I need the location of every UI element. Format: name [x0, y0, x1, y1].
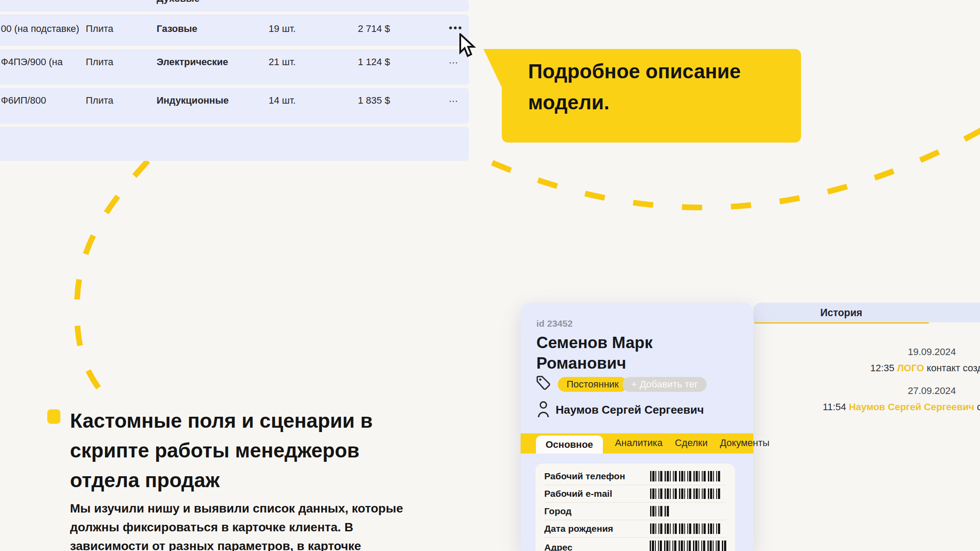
table-row-partial: Духовые: [0, 0, 469, 11]
tab-main[interactable]: Основное: [536, 436, 603, 453]
censored-value-barcode: [650, 506, 669, 516]
event-date: 19.09.2024: [757, 346, 980, 358]
row-name: 00 (на подставке): [1, 23, 79, 35]
table-row[interactable]: 00 (на подставке) Плита Газовые 19 шт. 2…: [0, 14, 469, 46]
contact-card: id 23452 Семенов Марк Романович Постоянн…: [521, 303, 753, 551]
table-row[interactable]: Ф6ИП/800 Плита Индукционные 14 шт. 1 835…: [0, 88, 469, 124]
row-type: Электрические: [157, 56, 228, 68]
row-quantity: 21 шт.: [269, 56, 296, 68]
contact-fields-panel: Рабочий телефон Рабочий e-mail Город Дат…: [536, 464, 735, 551]
row-type: Духовые: [157, 0, 200, 4]
table-row-empty: [0, 127, 469, 161]
contact-name: Семенов Марк Романович: [536, 332, 685, 373]
field-row-birthday: Дата рождения: [544, 520, 726, 538]
row-category: Плита: [86, 95, 113, 106]
history-panel: История 19.09.2024 12:35 ЛОГО контакт со…: [753, 303, 980, 551]
callout-tooltip: Подробное описание модели.: [483, 45, 807, 143]
field-row-address: Адрес: [544, 538, 726, 551]
event-action: сменил статус: [977, 401, 980, 412]
field-label: Рабочий телефон: [544, 471, 650, 481]
event-actor: Наумов Сергей Сергеевич: [849, 401, 974, 412]
row-price: 1 835 $: [358, 95, 390, 106]
field-row-email: Рабочий e-mail: [544, 485, 726, 503]
field-label: Город: [544, 506, 650, 516]
card-tabbar: Основное Аналитика Сделки Документы: [521, 433, 753, 453]
tab-analytics[interactable]: Аналитика: [615, 437, 663, 453]
event-action: контакт создан: [927, 363, 980, 373]
row-quantity: 19 шт.: [269, 23, 296, 35]
event-date: 27.09.2024: [757, 385, 980, 397]
history-header: История: [753, 303, 980, 322]
tab-documents[interactable]: Документы: [720, 437, 769, 453]
add-tag-button[interactable]: + Добавить тег: [623, 377, 707, 392]
heading-bullet-icon: [47, 409, 60, 424]
row-name: Ф4ПЭ/900 (на: [1, 56, 63, 68]
field-label: Адрес: [544, 542, 650, 551]
contact-id: id 23452: [536, 318, 573, 329]
row-category: Плита: [86, 56, 113, 68]
callout-text: Подробное описание модели.: [528, 56, 791, 118]
row-category: Плита: [86, 23, 113, 35]
event-time: 11:54: [823, 401, 846, 412]
row-price: 2 714 $: [358, 23, 390, 35]
event-entry: 11:54 Наумов Сергей Сергеевич сменил ста…: [757, 401, 980, 413]
section-heading: Кастомные поля и сценарии в скрипте рабо…: [70, 406, 425, 495]
censored-value-barcode: [650, 488, 722, 499]
censored-value-barcode: [650, 523, 722, 534]
row-type: Газовые: [157, 23, 197, 35]
row-menu-dots-icon[interactable]: •••: [449, 22, 463, 34]
field-label: Дата рождения: [544, 523, 650, 534]
row-quantity: 14 шт.: [269, 95, 296, 106]
event-actor: ЛОГО: [897, 363, 924, 373]
mouse-cursor-icon: [458, 33, 477, 59]
field-row-city: Город: [544, 503, 726, 520]
row-menu-dots-icon[interactable]: ...: [449, 93, 458, 105]
row-name: Ф6ИП/800: [1, 95, 46, 106]
field-row-phone: Рабочий телефон: [544, 468, 726, 485]
row-menu-dots-icon[interactable]: ...: [449, 55, 458, 66]
event-time: 12:35: [870, 363, 894, 373]
row-type: Индукционные: [157, 95, 229, 106]
row-price: 1 124 $: [358, 56, 390, 68]
history-events: 19.09.2024 12:35 ЛОГО контакт создан 27.…: [757, 346, 980, 413]
person-icon: [537, 401, 550, 418]
table-row[interactable]: Ф4ПЭ/900 (на Плита Электрические 21 шт. …: [0, 49, 469, 85]
event-entry: 12:35 ЛОГО контакт создан: [757, 363, 980, 374]
tag-chip[interactable]: Постоянник: [558, 377, 627, 392]
history-tab[interactable]: История: [753, 307, 929, 319]
section-paragraph: Мы изучили нишу и выявили список данных,…: [70, 499, 429, 551]
tab-deals[interactable]: Сделки: [675, 437, 707, 453]
censored-value-barcode: [650, 541, 726, 551]
manager-name: Наумов Сергей Сергеевич: [556, 403, 704, 417]
tag-icon: [535, 374, 552, 391]
page: Духовые 00 (на подставке) Плита Газовые …: [0, 0, 980, 551]
history-tab-underline: [754, 322, 929, 324]
censored-value-barcode: [650, 471, 722, 481]
field-label: Рабочий e-mail: [544, 488, 650, 499]
